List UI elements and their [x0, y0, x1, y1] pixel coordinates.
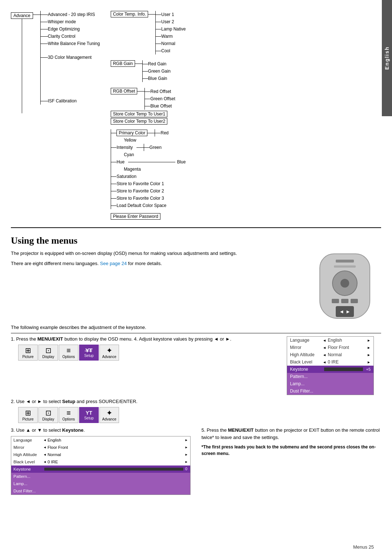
red-gain: Red Gain	[148, 61, 167, 66]
store-fav2: Store to Favorite Color 2	[117, 188, 164, 194]
step5-block: 5. Press the MENU/EXIT button on the pro…	[201, 427, 381, 495]
red-offset: Red Offset	[150, 89, 171, 94]
l1-3d-color: 3D Color Management	[48, 55, 92, 60]
hue-label: Hue	[117, 159, 124, 164]
step1-bold: MENU/EXIT	[37, 336, 63, 342]
pc-blue: Blue	[177, 159, 186, 164]
blue-gain: Blue Gain	[148, 76, 167, 81]
osd-row-language: Language ◄ English ►	[287, 337, 373, 344]
step2-text: 2. Use ◄ or ► to select Setup and press …	[11, 399, 381, 404]
osd-row-keystone: Keystone +5	[287, 366, 373, 373]
english-tab: English	[382, 0, 392, 116]
store-user1: Store Color Temp To User1	[111, 111, 167, 117]
l1-edge: Edge Optimizing	[48, 27, 80, 32]
osd-sm-language: Language ◄ English ►	[11, 436, 190, 444]
step2-bold: Setup	[62, 399, 75, 404]
osd-sm-blacklevel: Black Level ◄ 0 IRE ►	[11, 458, 190, 465]
osd-row-blacklevel: Black Level ◄ 0 IRE ►	[287, 358, 373, 366]
store-fav1: Store to Favorite Color 1	[117, 181, 164, 186]
para2-post: for more details.	[128, 261, 162, 266]
english-label: English	[384, 46, 390, 70]
options-icon-2: ≡	[66, 409, 71, 416]
picture-icon: ⊞	[25, 347, 31, 354]
menu-icons-bar-2: ⊞ Picture ⊡ Display ≡ Options YT Setup ✦…	[18, 407, 381, 423]
see-page-link[interactable]: See page 24	[100, 261, 127, 266]
icon-btn-display-2[interactable]: ⊡ Display	[38, 407, 58, 423]
color-temp-label: Color Temp. Info.	[111, 11, 148, 17]
picture-label: Picture	[22, 355, 33, 359]
section-para2: There are eight different menu languages…	[11, 260, 265, 267]
section-para1: The projector is equipped with on-screen…	[11, 250, 265, 257]
icon-btn-picture-2[interactable]: ⊞ Picture	[18, 407, 38, 423]
osd-row-lamp: Lamp...	[287, 380, 373, 387]
ct-user1: User 1	[161, 12, 174, 17]
osd-panel-step3: Language ◄ English ► Mirror ◄ Floor Fron…	[11, 436, 191, 495]
rgb-gain-label: RGB Gain	[111, 60, 135, 67]
icon-btn-display[interactable]: ⊡ Display	[38, 345, 58, 361]
icon-btn-advance[interactable]: ✦ Advance	[99, 345, 119, 361]
green-offset: Green Offset	[150, 96, 175, 101]
icon-btn-options-2[interactable]: ≡ Options	[59, 407, 78, 423]
options-label: Options	[62, 355, 75, 359]
step5-text: 5. Press the MENU/EXIT button on the pro…	[201, 427, 381, 441]
icon-btn-setup-2[interactable]: YT Setup	[79, 407, 99, 423]
osd-row-mirror: Mirror ◄ Floor Front ►	[287, 344, 373, 351]
ct-warm: Warm	[161, 34, 173, 39]
section-title: Using the menus	[11, 235, 381, 246]
menu-icons-bar-1: ⊞ Picture ⊡ Display ≡ Options Y̶T̶ Setup	[18, 345, 279, 361]
note-text: *The first press leads you back to the s…	[201, 444, 381, 457]
osd-sm-highalt: High Altitude ◄ Normal ►	[11, 451, 190, 458]
load-default: Load Default Color Space	[117, 203, 166, 208]
pc-cyan: Cyan	[124, 152, 134, 157]
advance-icon-2: ✦	[106, 409, 113, 416]
note-bold: *The first press leads you back to the s…	[201, 444, 376, 456]
pc-green: Green	[150, 145, 162, 150]
osd-sm-mirror: Mirror ◄ Floor Front ►	[11, 444, 190, 451]
osd-row-dustfilter: Dust Filter...	[287, 387, 373, 395]
options-icon: ≡	[66, 347, 71, 354]
osd-sm-lamp: Lamp...	[11, 480, 190, 487]
section-divider	[11, 227, 381, 228]
intensity-label: Intensity	[117, 145, 133, 150]
step-divider	[11, 333, 381, 333]
menu-tree: Advance Advanced - 20 step IRIS Whisper …	[11, 11, 381, 220]
following-example-text: The following example describes the adju…	[11, 325, 381, 330]
page-footer: Menus 25	[353, 544, 374, 550]
step3-text: 3. Use ▲ or ▼ to select Keystone.	[11, 427, 191, 434]
icon-btn-options[interactable]: ≡ Options	[59, 345, 78, 361]
advance-label: Advance	[11, 12, 33, 19]
picture-icon-2: ⊞	[25, 409, 31, 416]
advance-icon: ✦	[106, 347, 113, 354]
osd-sm-dustfilter: Dust Filter...	[11, 487, 190, 495]
icon-btn-setup[interactable]: Y̶T̶ Setup	[79, 345, 99, 361]
pc-magenta: Magenta	[124, 167, 141, 172]
osd-panel-step4: Language ◄ English ► Mirror ◄ Floor Fron…	[287, 336, 374, 395]
l1-iris: Advanced - 20 step IRIS	[48, 12, 95, 17]
step3-block: 3. Use ▲ or ▼ to select Keystone. Langua…	[11, 427, 191, 495]
pc-red: Red	[160, 130, 168, 135]
blue-offset: Blue Offset	[150, 103, 172, 109]
setup-label: Setup	[84, 354, 94, 358]
display-icon: ⊡	[45, 347, 52, 354]
store-fav3: Store to Favorite Color 3	[117, 196, 164, 201]
l1-white-balance: White Balance Fine Tuning	[48, 41, 100, 46]
saturation-label: Saturation	[117, 174, 136, 179]
setup-icon-2: YT	[86, 410, 92, 415]
osd-row-highalt: High Altitude ◄ Normal ►	[287, 351, 373, 358]
icon-btn-advance-2[interactable]: ✦ Advance	[99, 407, 119, 423]
store-user2: Store Color Temp To User2	[111, 118, 167, 125]
primary-color-label: Primary Color	[117, 130, 147, 136]
step1-text: 1. Press the MENU/EXIT button to display…	[11, 336, 279, 342]
keystone-bar-sm	[44, 468, 183, 471]
icon-btn-picture[interactable]: ⊞ Picture	[18, 345, 38, 361]
footer-text: Menus 25	[353, 544, 374, 550]
para2-pre: There are eight different menu languages…	[11, 261, 99, 266]
display-label: Display	[42, 355, 54, 359]
l1-clarity: Clarity Control	[48, 34, 75, 39]
step3-bold: Keystone	[62, 427, 83, 433]
l1-whisper: Whisper mode	[48, 19, 76, 24]
osd-row-pattern: Pattern...	[287, 373, 373, 380]
steps-area: The following example describes the adju…	[11, 325, 381, 495]
ct-normal: Normal	[161, 41, 175, 46]
rgb-offset-label: RGB Offset	[111, 88, 137, 94]
